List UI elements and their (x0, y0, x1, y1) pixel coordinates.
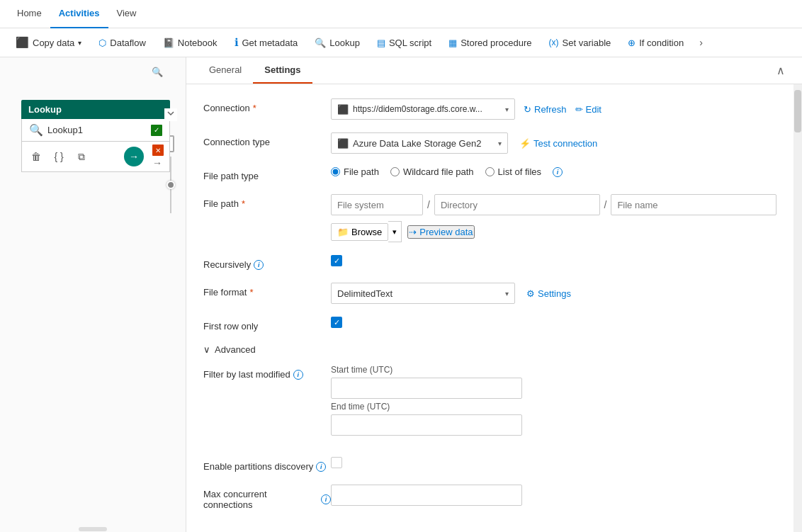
enable-partitions-checkbox[interactable] (331, 457, 342, 468)
storage-icon: ⬛ (337, 104, 349, 115)
format-dropdown-icon: ▾ (505, 290, 509, 298)
dataflow-icon: ⬡ (98, 38, 106, 48)
get-metadata-button[interactable]: ℹ Get metadata (227, 33, 305, 52)
filter-grid: Start time (UTC) End time (UTC) (331, 365, 776, 436)
nav-home[interactable]: Home (9, 0, 50, 28)
end-time-group: End time (UTC) (331, 402, 776, 436)
copy-data-dropdown-icon: ▾ (78, 39, 81, 47)
node-go-button[interactable]: → (124, 147, 144, 166)
node-delete-icon[interactable]: 🗑 (28, 148, 45, 165)
node-error-icon: ✕ (152, 145, 164, 156)
preview-data-button[interactable]: ⇢ Preview data (407, 225, 474, 239)
advanced-toggle[interactable]: ∨ Advanced (203, 344, 776, 355)
connection-row: Connection ⬛ https://didem0storage.dfs.c… (203, 98, 776, 120)
file-format-select[interactable]: DelimitedText ▾ (331, 283, 515, 304)
edit-button[interactable]: ✏ Edit (575, 104, 602, 115)
if-condition-icon: ⊕ (628, 38, 636, 48)
connection-type-control: ⬛ Azure Data Lake Storage Gen2 ▾ ⚡ Test … (331, 132, 776, 154)
partitions-info-icon[interactable]: i (316, 462, 326, 472)
connection-type-label: Connection type (203, 132, 331, 147)
file-format-label: File format (203, 283, 331, 298)
refresh-icon: ↻ (524, 104, 531, 115)
advanced-section: ∨ Advanced Filter by last modified i (203, 344, 776, 510)
node-code-icon[interactable]: { } (50, 148, 67, 165)
nav-activities[interactable]: Activities (50, 0, 108, 28)
dataflow-button[interactable]: ⬡ Dataflow (91, 34, 153, 52)
stored-procedure-icon: ▦ (448, 38, 457, 48)
set-variable-button[interactable]: (x) Set variable (542, 34, 619, 52)
max-connections-label: Max concurrent connections i (203, 485, 331, 510)
list-of-files-info-icon[interactable]: i (553, 167, 563, 177)
directory-input[interactable] (434, 194, 600, 215)
node-header: Lookup (21, 100, 170, 119)
scrollbar-thumb[interactable] (794, 90, 801, 132)
file-path-group: / / (331, 194, 776, 215)
chevron-down-icon: ∨ (203, 344, 210, 355)
settings-panel: General Settings ∧ Connection ⬛ https://… (186, 57, 802, 532)
lookup-node-icon: 🔍 (29, 123, 43, 137)
recursively-row: Recursively i ✓ (203, 255, 776, 270)
filter-last-modified-row: Filter by last modified i Start time (UT… (203, 365, 776, 444)
file-format-row: File format DelimitedText ▾ ⚙ Settings (203, 283, 776, 304)
recursively-checkbox[interactable]: ✓ (331, 255, 342, 266)
node-expand-icon[interactable] (164, 108, 177, 121)
file-path-row: File path / / 📁 Browse (203, 194, 776, 242)
file-path-type-control: File path Wildcard file path List of fil… (331, 166, 776, 177)
end-time-input[interactable] (331, 414, 522, 436)
notebook-button[interactable]: 📓 Notebook (156, 34, 225, 52)
more-button[interactable]: › (694, 33, 708, 52)
connection-type-dropdown-icon: ▾ (498, 140, 502, 147)
node-success-icon: ✓ (151, 125, 162, 136)
node-actions: 🗑 { } ⧉ → ✕ → (21, 142, 170, 172)
if-condition-button[interactable]: ⊕ If condition (621, 34, 691, 52)
test-connection-button[interactable]: ⚡ Test connection (519, 138, 597, 149)
file-format-control: DelimitedText ▾ ⚙ Settings (331, 283, 776, 304)
zoom-control (170, 157, 171, 213)
filter-info-icon[interactable]: i (293, 370, 303, 380)
radio-list-of-files[interactable]: List of files (485, 166, 541, 177)
node-copy-icon[interactable]: ⧉ (73, 148, 90, 165)
file-system-input[interactable] (331, 194, 423, 215)
format-settings-button[interactable]: ⚙ Settings (526, 288, 571, 299)
max-connections-info-icon[interactable]: i (321, 494, 331, 504)
storage-type-icon: ⬛ (337, 138, 349, 149)
max-connections-row: Max concurrent connections i (203, 485, 776, 510)
preview-icon: ⇢ (409, 227, 417, 237)
start-time-input[interactable] (331, 378, 522, 399)
connection-type-row: Connection type ⬛ Azure Data Lake Storag… (203, 132, 776, 154)
nav-view[interactable]: View (108, 0, 145, 28)
panel-content: Connection ⬛ https://didem0storage.dfs.c… (186, 84, 793, 532)
zoom-thumb[interactable] (166, 181, 175, 189)
edit-icon: ✏ (575, 104, 583, 115)
connection-dropdown-icon: ▾ (505, 106, 509, 113)
tab-general[interactable]: General (198, 57, 253, 84)
panel-collapse-button[interactable]: ∧ (771, 58, 791, 83)
node-body: 🔍 Lookup1 ✓ (21, 119, 170, 142)
filename-input[interactable] (611, 194, 776, 215)
sql-script-icon: ▤ (377, 38, 385, 48)
enable-partitions-control (331, 457, 776, 468)
connection-control: ⬛ https://didem0storage.dfs.core.w... ▾ … (331, 98, 776, 120)
recursively-control: ✓ (331, 255, 776, 266)
recursively-info-icon[interactable]: i (254, 260, 264, 270)
tab-settings[interactable]: Settings (253, 57, 312, 84)
collapse-bar[interactable] (79, 527, 107, 531)
file-path-type-label: File path type (203, 166, 331, 181)
lookup-button[interactable]: 🔍 Lookup (307, 34, 367, 52)
stored-procedure-button[interactable]: ▦ Stored procedure (441, 34, 538, 52)
copy-data-button[interactable]: ⬛ Copy data ▾ (9, 33, 89, 52)
sql-script-button[interactable]: ▤ SQL script (370, 34, 439, 52)
refresh-button[interactable]: ↻ Refresh (524, 104, 567, 115)
search-icon[interactable]: 🔍 (149, 63, 166, 80)
browse-dropdown-button[interactable]: ▾ (388, 221, 402, 242)
first-row-only-label: First row only (203, 317, 331, 332)
max-connections-input[interactable] (331, 485, 522, 506)
first-row-only-checkbox[interactable]: ✓ (331, 317, 342, 328)
browse-button[interactable]: 📁 Browse (331, 223, 388, 241)
radio-wildcard[interactable]: Wildcard file path (390, 166, 474, 177)
connection-select[interactable]: ⬛ https://didem0storage.dfs.core.w... ▾ (331, 98, 515, 120)
radio-filepath[interactable]: File path (331, 166, 379, 177)
enable-partitions-label: Enable partitions discovery i (203, 457, 331, 472)
connection-type-select[interactable]: ⬛ Azure Data Lake Storage Gen2 ▾ (331, 132, 508, 154)
first-row-only-control: ✓ (331, 317, 776, 328)
